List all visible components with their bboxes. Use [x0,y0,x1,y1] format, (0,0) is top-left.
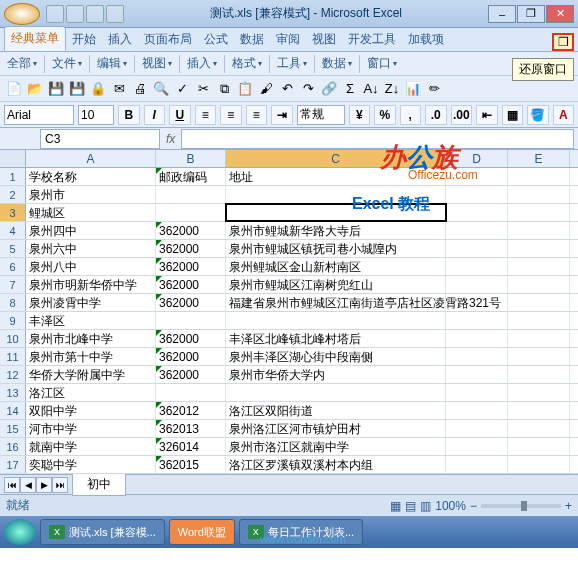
row-header[interactable]: 16 [0,438,26,455]
cell-B11[interactable]: 362000 [156,348,226,365]
italic-button[interactable]: I [144,105,166,125]
cell-D12[interactable] [446,366,508,383]
cell-C9[interactable] [226,312,446,329]
cell-E7[interactable] [508,276,570,293]
save-icon[interactable] [46,5,64,23]
percent-button[interactable]: % [374,105,396,125]
number-format-select[interactable] [297,105,345,125]
row-header[interactable]: 9 [0,312,26,329]
fx-icon[interactable]: fx [166,132,175,146]
row-header[interactable]: 1 [0,168,26,185]
undo-icon[interactable]: ↶ [277,79,297,99]
underline-button[interactable]: U [169,105,191,125]
nav-last-icon[interactable]: ⏭ [52,477,68,493]
cell-E15[interactable] [508,420,570,437]
zoom-out-button[interactable]: − [470,499,477,513]
cell-C10[interactable]: 丰泽区北峰镇北峰村塔后 [226,330,446,347]
formula-input[interactable] [181,129,574,149]
taskbar-item[interactable]: Word联盟 [169,519,235,545]
menu-data[interactable]: 数据▾ [319,55,355,72]
restore-window-button[interactable]: ❐ [552,33,574,51]
cell-D10[interactable] [446,330,508,347]
cell-B5[interactable]: 362000 [156,240,226,257]
merge-button[interactable]: ⇥ [271,105,293,125]
cell-B2[interactable] [156,186,226,203]
col-header-B[interactable]: B [156,150,226,167]
nav-prev-icon[interactable]: ◀ [20,477,36,493]
cell-D9[interactable] [446,312,508,329]
cell-B17[interactable]: 362015 [156,456,226,473]
fill-color-button[interactable]: 🪣 [527,105,549,125]
cell-B6[interactable]: 362000 [156,258,226,275]
undo-icon[interactable] [66,5,84,23]
cell-B3[interactable] [156,204,226,221]
cell-A11[interactable]: 泉州市第十中学 [26,348,156,365]
cell-E3[interactable] [508,204,570,221]
cell-B8[interactable]: 362000 [156,294,226,311]
cell-E4[interactable] [508,222,570,239]
zoom-slider[interactable] [481,504,561,508]
cell-A5[interactable]: 泉州六中 [26,240,156,257]
nav-first-icon[interactable]: ⏮ [4,477,20,493]
cell-A6[interactable]: 泉州八中 [26,258,156,275]
cell-E1[interactable] [508,168,570,185]
col-header-D[interactable]: D [446,150,508,167]
cell-B10[interactable]: 362000 [156,330,226,347]
tab-data[interactable]: 数据 [234,28,270,51]
menu-insert[interactable]: 插入▾ [184,55,220,72]
cell-A7[interactable]: 泉州市明新华侨中学 [26,276,156,293]
row-header[interactable]: 11 [0,348,26,365]
close-button[interactable]: ✕ [546,5,574,23]
email-icon[interactable]: ✉ [109,79,129,99]
taskbar-item[interactable]: X测试.xls [兼容模... [40,519,165,545]
start-button[interactable] [4,519,36,545]
open-icon[interactable]: 📂 [25,79,45,99]
cell-B12[interactable]: 362000 [156,366,226,383]
cell-E13[interactable] [508,384,570,401]
cell-C7[interactable]: 泉州市鲤城区江南树兜红山 [226,276,446,293]
align-right-button[interactable]: ≡ [246,105,268,125]
font-size-select[interactable] [78,105,114,125]
redo-icon[interactable] [86,5,104,23]
font-color-button[interactable]: A [553,105,575,125]
cell-E11[interactable] [508,348,570,365]
cell-E14[interactable] [508,402,570,419]
menu-edit[interactable]: 编辑▾ [94,55,130,72]
cell-E17[interactable] [508,456,570,473]
row-header[interactable]: 8 [0,294,26,311]
print-icon[interactable]: 🖨 [130,79,150,99]
chart-icon[interactable]: 📊 [403,79,423,99]
tab-review[interactable]: 审阅 [270,28,306,51]
tab-classic-menu[interactable]: 经典菜单 [4,26,66,51]
cell-B16[interactable]: 326014 [156,438,226,455]
cell-A14[interactable]: 双阳中学 [26,402,156,419]
tab-view[interactable]: 视图 [306,28,342,51]
fmtpaint-icon[interactable]: 🖌 [256,79,276,99]
row-header[interactable]: 3 [0,204,26,221]
sum-icon[interactable]: Σ [340,79,360,99]
tab-addins[interactable]: 加载项 [402,28,450,51]
tab-devtools[interactable]: 开发工具 [342,28,402,51]
cell-E10[interactable] [508,330,570,347]
bold-button[interactable]: B [118,105,140,125]
sheet-tab[interactable]: 初中 [72,473,126,496]
menu-all[interactable]: 全部▾ [4,55,40,72]
borders-button[interactable]: ▦ [502,105,524,125]
indent-button[interactable]: ⇤ [476,105,498,125]
dec-decimal-button[interactable]: .00 [451,105,473,125]
cell-C4[interactable]: 泉州市鲤城新华路大寺后 [226,222,446,239]
col-header-A[interactable]: A [26,150,156,167]
cell-A4[interactable]: 泉州四中 [26,222,156,239]
cell-E16[interactable] [508,438,570,455]
cell-E6[interactable] [508,258,570,275]
print-icon[interactable] [106,5,124,23]
row-header[interactable]: 13 [0,384,26,401]
cell-A8[interactable]: 泉州凌霄中学 [26,294,156,311]
cell-C5[interactable]: 泉州市鲤城区镇抚司巷小城隍内 [226,240,446,257]
align-left-button[interactable]: ≡ [195,105,217,125]
cell-E5[interactable] [508,240,570,257]
row-header[interactable]: 14 [0,402,26,419]
cell-E8[interactable] [508,294,570,311]
cell-C15[interactable]: 泉州洛江区河市镇炉田村 [226,420,446,437]
row-header[interactable]: 17 [0,456,26,473]
